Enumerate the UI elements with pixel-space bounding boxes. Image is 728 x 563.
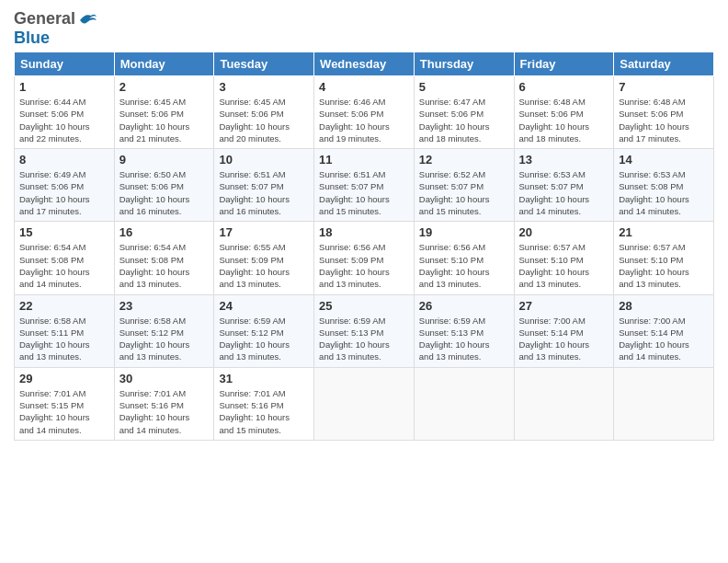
calendar-week-row: 29Sunrise: 7:01 AM Sunset: 5:15 PM Dayli… <box>15 367 714 440</box>
day-info: Sunrise: 6:54 AM Sunset: 5:08 PM Dayligh… <box>119 241 210 290</box>
calendar-day-cell: 14Sunrise: 6:53 AM Sunset: 5:08 PM Dayli… <box>614 149 714 222</box>
calendar-day-cell: 25Sunrise: 6:59 AM Sunset: 5:13 PM Dayli… <box>314 294 415 367</box>
day-info: Sunrise: 6:45 AM Sunset: 5:06 PM Dayligh… <box>119 96 210 144</box>
day-number: 11 <box>319 153 409 167</box>
calendar-week-row: 8Sunrise: 6:49 AM Sunset: 5:06 PM Daylig… <box>15 149 714 222</box>
calendar-day-cell: 9Sunrise: 6:50 AM Sunset: 5:06 PM Daylig… <box>114 149 214 222</box>
day-number: 2 <box>119 80 210 94</box>
calendar-day-cell: 15Sunrise: 6:54 AM Sunset: 5:08 PM Dayli… <box>15 222 115 294</box>
calendar-day-cell: 8Sunrise: 6:49 AM Sunset: 5:06 PM Daylig… <box>15 149 115 222</box>
header: General Blue <box>14 9 714 48</box>
day-info: Sunrise: 6:54 AM Sunset: 5:08 PM Dayligh… <box>19 241 109 290</box>
calendar-day-cell <box>514 367 614 440</box>
calendar-day-cell: 3Sunrise: 6:45 AM Sunset: 5:06 PM Daylig… <box>214 76 314 149</box>
logo-general: General <box>14 9 75 29</box>
day-number: 9 <box>119 153 210 167</box>
calendar-day-cell: 4Sunrise: 6:46 AM Sunset: 5:06 PM Daylig… <box>314 76 415 149</box>
day-info: Sunrise: 6:56 AM Sunset: 5:10 PM Dayligh… <box>419 241 509 290</box>
day-number: 29 <box>19 372 109 385</box>
day-info: Sunrise: 6:48 AM Sunset: 5:06 PM Dayligh… <box>519 96 609 144</box>
calendar-day-cell: 30Sunrise: 7:01 AM Sunset: 5:16 PM Dayli… <box>114 367 214 440</box>
day-number: 18 <box>319 225 409 239</box>
day-number: 25 <box>319 299 409 313</box>
page-container: General Blue SundayMondayTuesdayWednesda… <box>0 0 728 445</box>
day-info: Sunrise: 6:49 AM Sunset: 5:06 PM Dayligh… <box>19 168 109 217</box>
day-number: 17 <box>219 225 309 239</box>
day-number: 28 <box>619 299 709 313</box>
day-info: Sunrise: 6:53 AM Sunset: 5:07 PM Dayligh… <box>519 168 609 217</box>
calendar-day-cell: 20Sunrise: 6:57 AM Sunset: 5:10 PM Dayli… <box>514 222 614 294</box>
day-number: 24 <box>219 299 309 313</box>
weekday-header-cell: Thursday <box>414 52 514 76</box>
day-number: 4 <box>319 80 409 94</box>
day-info: Sunrise: 6:55 AM Sunset: 5:09 PM Dayligh… <box>219 241 309 290</box>
logo-bird-icon <box>78 11 98 28</box>
calendar-week-row: 15Sunrise: 6:54 AM Sunset: 5:08 PM Dayli… <box>15 222 714 294</box>
calendar-day-cell: 10Sunrise: 6:51 AM Sunset: 5:07 PM Dayli… <box>214 149 314 222</box>
calendar-day-cell: 12Sunrise: 6:52 AM Sunset: 5:07 PM Dayli… <box>414 149 514 222</box>
day-number: 6 <box>519 80 609 94</box>
day-info: Sunrise: 6:59 AM Sunset: 5:13 PM Dayligh… <box>419 315 509 363</box>
calendar-day-cell: 5Sunrise: 6:47 AM Sunset: 5:06 PM Daylig… <box>414 76 514 149</box>
day-number: 15 <box>19 225 109 239</box>
day-info: Sunrise: 7:01 AM Sunset: 5:15 PM Dayligh… <box>19 387 109 436</box>
calendar-day-cell: 2Sunrise: 6:45 AM Sunset: 5:06 PM Daylig… <box>114 76 214 149</box>
day-info: Sunrise: 6:48 AM Sunset: 5:06 PM Dayligh… <box>619 96 709 144</box>
day-info: Sunrise: 6:45 AM Sunset: 5:06 PM Dayligh… <box>219 96 309 144</box>
calendar-day-cell: 16Sunrise: 6:54 AM Sunset: 5:08 PM Dayli… <box>114 222 214 294</box>
weekday-header-cell: Tuesday <box>214 52 314 76</box>
day-number: 7 <box>619 80 709 94</box>
calendar-day-cell: 26Sunrise: 6:59 AM Sunset: 5:13 PM Dayli… <box>414 294 514 367</box>
weekday-header-cell: Monday <box>114 52 214 76</box>
calendar-day-cell: 18Sunrise: 6:56 AM Sunset: 5:09 PM Dayli… <box>314 222 415 294</box>
day-number: 5 <box>419 80 509 94</box>
day-number: 26 <box>419 299 509 313</box>
day-number: 1 <box>19 80 109 94</box>
day-info: Sunrise: 6:50 AM Sunset: 5:06 PM Dayligh… <box>119 168 210 217</box>
calendar-day-cell: 11Sunrise: 6:51 AM Sunset: 5:07 PM Dayli… <box>314 149 415 222</box>
calendar-day-cell: 23Sunrise: 6:58 AM Sunset: 5:12 PM Dayli… <box>114 294 214 367</box>
day-number: 14 <box>619 153 709 167</box>
calendar-day-cell: 21Sunrise: 6:57 AM Sunset: 5:10 PM Dayli… <box>614 222 714 294</box>
day-number: 19 <box>419 225 509 239</box>
calendar-day-cell: 1Sunrise: 6:44 AM Sunset: 5:06 PM Daylig… <box>15 76 115 149</box>
day-number: 23 <box>119 299 210 313</box>
day-number: 10 <box>219 153 309 167</box>
calendar-body: 1Sunrise: 6:44 AM Sunset: 5:06 PM Daylig… <box>15 76 714 441</box>
day-number: 31 <box>219 372 309 385</box>
calendar-day-cell: 29Sunrise: 7:01 AM Sunset: 5:15 PM Dayli… <box>15 367 115 440</box>
day-info: Sunrise: 7:00 AM Sunset: 5:14 PM Dayligh… <box>519 315 609 363</box>
calendar-day-cell <box>614 367 714 440</box>
calendar-day-cell: 28Sunrise: 7:00 AM Sunset: 5:14 PM Dayli… <box>614 294 714 367</box>
day-number: 27 <box>519 299 609 313</box>
weekday-header-cell: Friday <box>514 52 614 76</box>
day-info: Sunrise: 6:51 AM Sunset: 5:07 PM Dayligh… <box>319 168 409 217</box>
day-info: Sunrise: 6:44 AM Sunset: 5:06 PM Dayligh… <box>19 96 109 144</box>
calendar-day-cell: 13Sunrise: 6:53 AM Sunset: 5:07 PM Dayli… <box>514 149 614 222</box>
day-info: Sunrise: 6:47 AM Sunset: 5:06 PM Dayligh… <box>419 96 509 144</box>
calendar-day-cell <box>314 367 415 440</box>
day-number: 13 <box>519 153 609 167</box>
day-info: Sunrise: 6:46 AM Sunset: 5:06 PM Dayligh… <box>319 96 409 144</box>
day-info: Sunrise: 6:51 AM Sunset: 5:07 PM Dayligh… <box>219 168 309 217</box>
logo-blue: Blue <box>14 29 50 48</box>
calendar-day-cell: 27Sunrise: 7:00 AM Sunset: 5:14 PM Dayli… <box>514 294 614 367</box>
day-number: 8 <box>19 153 109 167</box>
day-number: 30 <box>119 372 210 385</box>
logo: General Blue <box>14 9 98 48</box>
day-number: 20 <box>519 225 609 239</box>
calendar-day-cell: 24Sunrise: 6:59 AM Sunset: 5:12 PM Dayli… <box>214 294 314 367</box>
calendar-week-row: 22Sunrise: 6:58 AM Sunset: 5:11 PM Dayli… <box>15 294 714 367</box>
day-number: 21 <box>619 225 709 239</box>
calendar-day-cell: 19Sunrise: 6:56 AM Sunset: 5:10 PM Dayli… <box>414 222 514 294</box>
day-info: Sunrise: 6:58 AM Sunset: 5:12 PM Dayligh… <box>119 315 210 363</box>
weekday-header-row: SundayMondayTuesdayWednesdayThursdayFrid… <box>15 52 714 76</box>
calendar-day-cell: 6Sunrise: 6:48 AM Sunset: 5:06 PM Daylig… <box>514 76 614 149</box>
weekday-header-cell: Sunday <box>15 52 115 76</box>
calendar-day-cell: 31Sunrise: 7:01 AM Sunset: 5:16 PM Dayli… <box>214 367 314 440</box>
calendar-table: SundayMondayTuesdayWednesdayThursdayFrid… <box>14 52 714 441</box>
calendar-day-cell <box>414 367 514 440</box>
day-info: Sunrise: 6:59 AM Sunset: 5:12 PM Dayligh… <box>219 315 309 363</box>
day-info: Sunrise: 7:01 AM Sunset: 5:16 PM Dayligh… <box>119 387 210 436</box>
day-number: 3 <box>219 80 309 94</box>
